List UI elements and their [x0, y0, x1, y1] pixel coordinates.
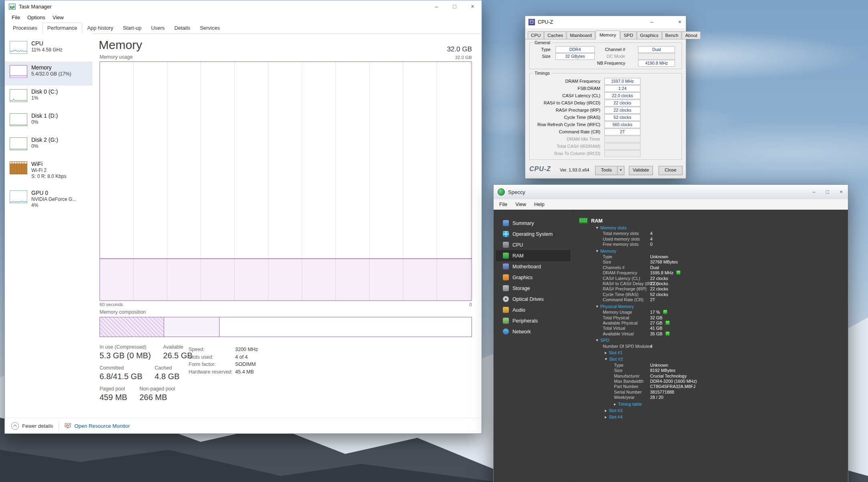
tab-app-history[interactable]: App history	[82, 23, 118, 33]
sidebar-item-network[interactable]: Network	[496, 326, 570, 337]
info-row: CAS# Latency (CL)22 clocks	[603, 276, 848, 281]
footer-divider	[59, 421, 59, 430]
menu-options[interactable]: Options	[24, 13, 49, 22]
maximize-button[interactable]: □	[445, 0, 463, 12]
dc-mode-value	[638, 53, 675, 60]
menu-view[interactable]: View	[511, 200, 530, 209]
open-resource-monitor-link[interactable]: Open Resource Monitor	[65, 423, 130, 429]
info-row: Total memory slots4	[603, 231, 848, 236]
slot4-header[interactable]: Slot #4	[605, 415, 848, 420]
peripherals-icon	[503, 318, 509, 324]
memory-usage-band	[100, 258, 472, 300]
cpu-graph-thumbnail	[10, 41, 27, 54]
tab-startup[interactable]: Start-up	[118, 23, 146, 33]
sidebar-item-graphics[interactable]: Graphics	[496, 272, 570, 283]
sidebar-item-wifi[interactable]: WiFi Wi-Fi 2 S: 0 R: 8.0 Kbps	[5, 158, 92, 187]
sidebar-item-text: Memory 5.4/32.0 GB (17%)	[31, 64, 71, 77]
stats-row: Committed 6.8/41.5 GB Cached 4.8 GB	[100, 365, 203, 381]
stat-label: Cached	[154, 365, 179, 371]
maximize-button[interactable]: □	[821, 187, 834, 197]
tab-memory[interactable]: Memory	[596, 31, 620, 39]
menu-file[interactable]: File	[495, 200, 511, 209]
tab-about[interactable]: About	[682, 31, 700, 39]
sidebar-item-optical-drives[interactable]: Optical Drives	[496, 294, 570, 304]
sidebar-item-memory[interactable]: Memory 5.4/32.0 GB (17%)	[5, 61, 92, 86]
tools-button[interactable]: Tools	[595, 166, 618, 175]
tab-spd[interactable]: SPD	[620, 31, 636, 39]
memory-header[interactable]: Memory	[596, 249, 848, 254]
tools-dropdown-icon[interactable]: ▼	[617, 166, 624, 175]
slot3-header[interactable]: Slot #3	[605, 408, 848, 413]
row-label: Serial Number	[614, 390, 650, 395]
tab-graphics[interactable]: Graphics	[637, 31, 662, 39]
slot-title: Slot #1	[609, 350, 622, 355]
sidebar-item-audio[interactable]: Audio	[496, 304, 570, 315]
validate-button[interactable]: Validate	[629, 166, 653, 175]
close-button[interactable]: ×	[463, 0, 482, 12]
sidebar-item-cpu[interactable]: CPU	[496, 239, 570, 250]
composition-free-segment	[220, 317, 472, 337]
speccy-menubar: File View Help	[494, 199, 848, 210]
sidebar-item-detail: 1%	[31, 95, 58, 101]
timing-table-header[interactable]: Timing table	[614, 402, 848, 407]
memory-hardware-details: Speed:3200 MHz Slots used:4 of 4 Form fa…	[189, 346, 258, 376]
sidebar-item-summary[interactable]: Summary	[496, 218, 570, 229]
menu-help[interactable]: Help	[530, 200, 549, 209]
sidebar-item-disk0[interactable]: Disk 0 (C:) 1%	[5, 86, 92, 110]
cpuz-logo: CPU-Z	[529, 165, 551, 173]
timing-label: Row Refresh Cycle Time (tRFC)	[532, 122, 600, 127]
sidebar-item-peripherals[interactable]: Peripherals	[496, 315, 570, 326]
close-button[interactable]: ×	[834, 187, 848, 197]
sidebar-item-operating-system[interactable]: Operating System	[496, 229, 570, 239]
minimize-button[interactable]: –	[807, 187, 821, 197]
row-label: Max Bandwidth	[614, 379, 650, 384]
tab-processes[interactable]: Processes	[8, 23, 42, 33]
timing-value: 1:24	[604, 85, 640, 92]
sidebar-item-ram[interactable]: RAM	[496, 250, 570, 261]
timing-label: DRAM Frequency	[532, 79, 600, 84]
sidebar-item-disk1[interactable]: Disk 1 (D:) 0%	[5, 110, 92, 134]
sidebar-item-storage[interactable]: Storage	[496, 283, 570, 294]
tab-mainboard[interactable]: Mainboard	[567, 31, 595, 39]
sidebar-item-motherboard[interactable]: Motherboard	[496, 261, 570, 272]
speccy-app-icon	[498, 188, 505, 196]
spd-header[interactable]: SPD	[596, 338, 848, 343]
sidebar-item-disk2[interactable]: Disk 2 (G:) 0%	[5, 134, 92, 158]
tab-performance[interactable]: Performance	[42, 22, 82, 34]
tab-services[interactable]: Services	[195, 23, 225, 33]
slot2-header[interactable]: Slot #2	[605, 357, 848, 362]
sidebar-item-detail2: 4%	[31, 202, 76, 208]
info-row: Available Virtual35 GB	[603, 331, 848, 337]
physical-memory-header[interactable]: Physical Memory	[596, 304, 848, 309]
tab-bench[interactable]: Bench	[662, 31, 682, 39]
close-icon-button[interactable]: ×	[674, 18, 686, 27]
type-label: Type	[532, 47, 551, 52]
fewer-details-toggle[interactable]: Fewer details	[11, 422, 53, 430]
tab-users[interactable]: Users	[146, 23, 169, 33]
info-row: TypeUnknown	[614, 363, 848, 368]
stats-row: Paged pool 459 MB Non-paged pool 266 MB	[100, 386, 203, 402]
sidebar-item-gpu0[interactable]: GPU 0 NVIDIA GeForce G... 4%	[5, 187, 92, 216]
row-value: 4	[650, 231, 653, 236]
cpuz-version: Ver. 1.93.0.x64	[560, 167, 589, 172]
menu-view[interactable]: View	[49, 13, 67, 22]
resource-monitor-label: Open Resource Monitor	[74, 423, 130, 429]
memory-slots-header[interactable]: Memory slots	[596, 225, 848, 231]
minimize-button[interactable]: –	[646, 18, 658, 27]
tab-caches[interactable]: Caches	[544, 31, 566, 39]
sidebar-item-cpu[interactable]: CPU 11% 4.58 GHz	[5, 37, 92, 61]
slot1-header[interactable]: Slot #1	[605, 350, 848, 355]
window-controls: – □ ×	[807, 187, 848, 197]
channel-value: Dual	[638, 46, 675, 53]
composition-inuse-segment	[100, 317, 164, 337]
detail-speed: Speed:3200 MHz	[189, 346, 258, 353]
minimize-button[interactable]: –	[427, 0, 445, 12]
tab-details[interactable]: Details	[169, 23, 195, 33]
sidebar-item-label: Graphics	[512, 275, 533, 280]
close-button[interactable]: Close	[659, 166, 683, 175]
menu-file[interactable]: File	[8, 13, 24, 22]
wifi-graph-thumbnail	[10, 161, 27, 174]
memory-composition-bar	[100, 317, 472, 337]
tab-cpu[interactable]: CPU	[528, 31, 544, 39]
graphics-icon	[503, 274, 509, 280]
